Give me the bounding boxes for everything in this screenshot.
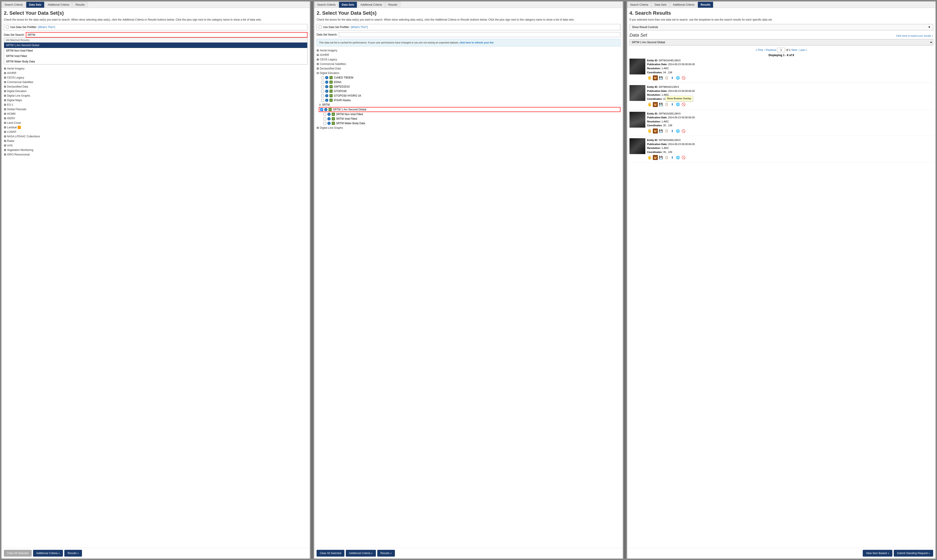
no-icon-3[interactable]: 🚫 bbox=[681, 129, 686, 134]
expand-eo1-1[interactable]: ⊞ bbox=[4, 103, 6, 106]
expand-avhrr-1[interactable]: ⊞ bbox=[4, 71, 6, 75]
additional-criteria-button-1[interactable]: Additional Criteria » bbox=[33, 550, 63, 557]
expand-uas-1[interactable]: ⊞ bbox=[4, 144, 6, 147]
cat-label-commercial-2[interactable]: Commercial Satellites bbox=[320, 62, 346, 66]
browse-icon-4[interactable]: 🖐 bbox=[647, 155, 652, 160]
dataset-select[interactable]: SRTM 1 Arc-Second Global bbox=[630, 39, 933, 46]
compare-icon-2[interactable]: 📋 bbox=[664, 102, 669, 107]
search-input-2[interactable] bbox=[339, 32, 621, 37]
clear-all-button-1[interactable]: Clear All Selected bbox=[4, 550, 32, 557]
ks-srtm-nonvoid-2[interactable]: K bbox=[332, 113, 335, 116]
last-page[interactable]: Last » bbox=[800, 48, 807, 52]
ks-gtopo30-2[interactable]: K bbox=[329, 89, 333, 93]
info-gtopo30-2[interactable]: i bbox=[325, 89, 328, 93]
expand-land-cover-1[interactable]: ⊞ bbox=[4, 121, 6, 125]
show-result-controls[interactable]: Show Result Controls ▼ bbox=[630, 24, 933, 30]
ks-edna-2[interactable]: K bbox=[329, 80, 333, 84]
expand-global-fiducials-1[interactable]: ⊞ bbox=[4, 108, 6, 111]
download-icon-2[interactable]: ⬇ bbox=[670, 102, 675, 107]
view-item-basket-button[interactable]: View Item Basket » bbox=[863, 550, 892, 557]
first-page[interactable]: « First bbox=[756, 48, 763, 52]
check-srtm-water-2[interactable] bbox=[323, 122, 326, 125]
ks-gtopo30hydro-2[interactable]: K bbox=[329, 94, 333, 97]
cat-label-hcmm-1[interactable]: HCMM bbox=[7, 112, 15, 115]
results-button-2[interactable]: Results » bbox=[377, 550, 395, 557]
additional-criteria-button-2[interactable]: Additional Criteria » bbox=[346, 550, 376, 557]
ac-item-srtm-void-1[interactable]: SRTM Void Filled bbox=[4, 54, 307, 59]
info-srtm-nonvoid-2[interactable]: i bbox=[327, 113, 330, 116]
cat-label-landsat-1[interactable]: Landsat bbox=[7, 126, 17, 129]
info-gmted-2[interactable]: i bbox=[325, 85, 328, 88]
ks-srtm-water-2[interactable]: K bbox=[332, 122, 335, 125]
cat-label-iserv-1[interactable]: ISERV bbox=[7, 117, 15, 120]
tab-additional-criteria-1[interactable]: Additional Criteria bbox=[45, 2, 72, 8]
save-icon-4[interactable]: 💾 bbox=[659, 155, 664, 160]
browse-icon-1[interactable]: 🖐 bbox=[647, 75, 652, 80]
cat-label-digital-line-1[interactable]: Digital Line Graphs bbox=[7, 94, 30, 97]
export-link[interactable]: Click here to export your results » bbox=[896, 34, 933, 37]
ks-srtm-void-2[interactable]: K bbox=[332, 117, 335, 120]
basket-icon-3[interactable]: 🧺 bbox=[653, 129, 658, 134]
ks-coned-2[interactable]: K bbox=[329, 76, 333, 79]
clear-all-button-2[interactable]: Clear All Selected bbox=[316, 550, 344, 557]
prev-page[interactable]: ‹ Previous bbox=[764, 48, 776, 52]
expand-hcmm-1[interactable]: ⊞ bbox=[4, 112, 6, 115]
expand-aerial-imagery-1[interactable]: ⊞ bbox=[4, 67, 6, 70]
save-icon-2[interactable]: 💾 bbox=[659, 102, 664, 107]
cat-label-digital-maps-1[interactable]: Digital Maps bbox=[7, 98, 22, 102]
next-page[interactable]: Next › bbox=[791, 48, 799, 52]
expand-digital-line-2[interactable]: ⊞ bbox=[316, 126, 319, 129]
cat-label-declassified-1[interactable]: Declassified Data bbox=[7, 85, 28, 88]
cat-label-aerial-imagery-1[interactable]: Aerial Imagery bbox=[7, 67, 25, 70]
search-input-1[interactable] bbox=[26, 32, 307, 38]
info-srtm1arc-2[interactable]: i bbox=[324, 108, 327, 111]
save-icon-1[interactable]: 💾 bbox=[659, 75, 664, 80]
tab-search-criteria-1[interactable]: Search Criteria bbox=[2, 2, 26, 8]
ac-item-srtm-nonvoid-1[interactable]: SRTM Non-Void Filled bbox=[4, 48, 307, 54]
tab-results-2[interactable]: Results bbox=[385, 2, 400, 8]
expand-nasa-lpdaac-1[interactable]: ⊞ bbox=[4, 135, 6, 138]
expand-isro-1[interactable]: ⊞ bbox=[4, 153, 6, 156]
cat-label-uas-1[interactable]: UAS bbox=[7, 144, 13, 147]
cat-label-isro-1[interactable]: ISRO Resourcesat bbox=[7, 153, 30, 156]
cat-label-declassified-2[interactable]: Declassified Data bbox=[320, 67, 341, 70]
info-srtm-void-2[interactable]: i bbox=[327, 117, 330, 120]
check-gtopo30hydro-2[interactable] bbox=[321, 94, 324, 97]
refresh-link-2[interactable]: click here to refresh your list bbox=[460, 41, 493, 44]
cat-label-land-cover-1[interactable]: Land Cover bbox=[7, 121, 21, 125]
expand-digital-maps-1[interactable]: ⊞ bbox=[4, 98, 6, 102]
ac-item-srtm-water-1[interactable]: SRTM Water Body Data bbox=[4, 59, 307, 64]
ks-srtm1arc-2[interactable]: K bbox=[329, 108, 332, 111]
tab-data-sets-2[interactable]: Data Sets bbox=[339, 2, 357, 8]
expand-declassified-1[interactable]: ⊞ bbox=[4, 85, 6, 88]
info-coned-2[interactable]: i bbox=[325, 76, 328, 79]
basket-icon-1[interactable]: 🧺 bbox=[653, 75, 658, 80]
tab-additional-criteria-3[interactable]: Additional Criteria bbox=[670, 2, 697, 8]
ks-ifsar-2[interactable]: K bbox=[329, 98, 333, 102]
expand-avhrr-2[interactable]: ⊞ bbox=[316, 54, 319, 57]
expand-radar-1[interactable]: ⊞ bbox=[4, 139, 6, 143]
cat-label-commercial-1[interactable]: Commercial Satellites bbox=[7, 80, 33, 84]
cat-label-digital-line-2[interactable]: Digital Line Graphs bbox=[320, 126, 343, 129]
whats-this-link-1[interactable]: (What's This?) bbox=[38, 26, 55, 29]
cat-label-global-fiducials-1[interactable]: Global Fiducials bbox=[7, 108, 26, 111]
info-edna-2[interactable]: i bbox=[325, 80, 328, 84]
whats-this-link-2[interactable]: (What's This?) bbox=[350, 26, 368, 29]
tab-search-criteria-3[interactable]: Search Criteria bbox=[627, 2, 651, 8]
cat-label-ceos-2[interactable]: CEOS Legacy bbox=[320, 58, 337, 61]
cat-label-avhrr-1[interactable]: AVHRR bbox=[7, 71, 16, 75]
check-gmted-2[interactable] bbox=[321, 85, 324, 88]
basket-icon-2[interactable]: 🧺 bbox=[653, 102, 658, 107]
overlay-icon-2[interactable]: 🌐 bbox=[676, 102, 681, 107]
download-icon-1[interactable]: ⬇ bbox=[670, 75, 675, 80]
info-gtopo30hydro-2[interactable]: i bbox=[325, 94, 328, 97]
download-icon-3[interactable]: ⬇ bbox=[670, 129, 675, 134]
tab-results-3[interactable]: Results bbox=[698, 2, 713, 8]
download-icon-4[interactable]: ⬇ bbox=[670, 155, 675, 160]
cat-label-digital-elevation-2[interactable]: Digital Elevation bbox=[320, 71, 339, 75]
prefilter-checkbox-2[interactable] bbox=[319, 26, 321, 29]
expand-vegetation-1[interactable]: ⊞ bbox=[4, 148, 6, 152]
compare-icon-1[interactable]: 📋 bbox=[664, 75, 669, 80]
no-icon-2[interactable]: 🚫 bbox=[681, 102, 686, 107]
expand-lcmap-1[interactable]: ⊞ bbox=[4, 130, 6, 134]
